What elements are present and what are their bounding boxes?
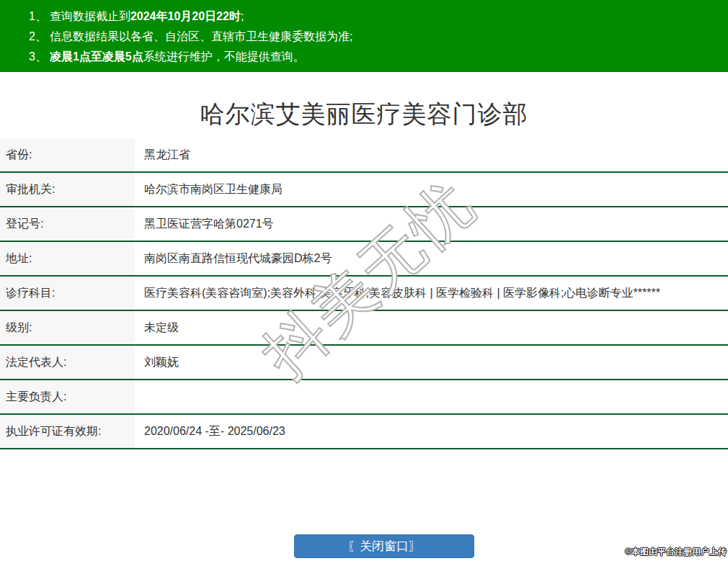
row-label: 主要负责人: xyxy=(0,380,135,413)
table-row-province: 省份: 黑龙江省 xyxy=(0,138,728,173)
notice-number: 2、 xyxy=(29,30,47,42)
notice-text-bold: 2024年10月20日22时 xyxy=(130,10,241,22)
query-result-page: 1、查询数据截止到2024年10月20日22时; 2、信息数据结果以各省、自治区… xyxy=(0,0,728,561)
table-row-registration-number: 登记号: 黑卫医证营字哈第0271号 xyxy=(0,207,728,242)
notice-text: 查询数据截止到 xyxy=(50,10,130,22)
notice-number: 1、 xyxy=(29,10,47,22)
table-row-address: 地址: 南岗区南直路信恒现代城豪园D栋2号 xyxy=(0,242,728,277)
row-value: 黑卫医证营字哈第0271号 xyxy=(135,207,728,241)
table-row-level: 级别: 未定级 xyxy=(0,311,728,346)
notice-text: 信息数据结果以各省、自治区、直辖市卫生健康委数据为准; xyxy=(50,30,352,42)
table-row-medical-subjects: 诊疗科目: 医疗美容科(美容咨询室);美容外科;美容牙科;美容皮肤科 | 医学检… xyxy=(0,277,728,311)
row-value: 医疗美容科(美容咨询室);美容外科;美容牙科;美容皮肤科 | 医学检验科 | 医… xyxy=(135,277,728,310)
notice-line-3: 3、凌晨1点至凌晨5点系统进行维护，不能提供查询。 xyxy=(29,47,721,67)
notice-text: ; xyxy=(241,10,244,22)
table-row-legal-representative: 法定代表人: 刘颖妩 xyxy=(0,346,728,380)
notice-line-1: 1、查询数据截止到2024年10月20日22时; xyxy=(29,6,721,27)
row-value xyxy=(135,380,728,413)
row-label: 级别: xyxy=(0,311,135,344)
row-value: 南岗区南直路信恒现代城豪园D栋2号 xyxy=(135,242,728,275)
row-value: 黑龙江省 xyxy=(135,138,728,171)
row-label: 执业许可证有效期: xyxy=(0,415,135,448)
row-label: 地址: xyxy=(0,242,135,275)
row-label: 审批机关: xyxy=(0,173,135,206)
row-label: 诊疗科目: xyxy=(0,277,135,310)
notice-line-2: 2、信息数据结果以各省、自治区、直辖市卫生健康委数据为准; xyxy=(29,27,721,47)
page-title: 哈尔滨艾美丽医疗美容门诊部 xyxy=(0,72,728,128)
row-value: 未定级 xyxy=(135,311,728,344)
upload-credit-watermark: ©本图由平台注册用户上传 xyxy=(625,546,727,558)
institution-info-table: 省份: 黑龙江省 审批机关: 哈尔滨市南岗区卫生健康局 登记号: 黑卫医证营字哈… xyxy=(0,138,728,449)
notice-banner: 1、查询数据截止到2024年10月20日22时; 2、信息数据结果以各省、自治区… xyxy=(0,0,728,72)
close-window-button[interactable]: 〖关闭窗口〗 xyxy=(294,534,474,558)
row-value: 刘颖妩 xyxy=(135,346,728,379)
row-value: 哈尔滨市南岗区卫生健康局 xyxy=(135,173,728,206)
table-row-main-person-in-charge: 主要负责人: xyxy=(0,380,728,415)
row-value: 2020/06/24 -至- 2025/06/23 xyxy=(135,415,728,448)
notice-text-bold: 凌晨1点至凌晨5点 xyxy=(50,50,143,63)
row-label: 法定代表人: xyxy=(0,346,135,379)
notice-number: 3、 xyxy=(29,50,47,63)
row-label: 省份: xyxy=(0,138,135,171)
table-row-license-validity: 执业许可证有效期: 2020/06/24 -至- 2025/06/23 xyxy=(0,415,728,449)
row-label: 登记号: xyxy=(0,207,135,241)
notice-text: 系统进行维护，不能提供查询。 xyxy=(143,50,305,63)
table-row-approval-authority: 审批机关: 哈尔滨市南岗区卫生健康局 xyxy=(0,173,728,207)
